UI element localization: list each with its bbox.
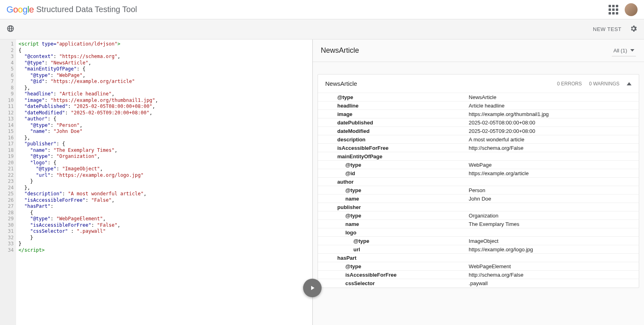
results-header: NewsArticle All (1) (313, 39, 644, 62)
property-key: mainEntityOfPage (318, 153, 466, 160)
property-row[interactable]: publisher (318, 203, 639, 211)
property-row[interactable]: nameThe Exemplary Times (318, 220, 639, 228)
run-test-button[interactable] (303, 279, 322, 297)
property-row[interactable]: @typePerson (318, 186, 639, 195)
results-card-wrap: NewsArticle 0 ERRORS 0 WARNINGS @typeNew… (313, 62, 644, 293)
main-content: 1234567891011121314151617181920212223242… (0, 39, 644, 325)
property-row[interactable]: isAccessibleForFreehttp://schema.org/Fal… (318, 271, 639, 279)
property-key: logo (318, 229, 466, 236)
app-header: Google Structured Data Testing Tool (0, 0, 644, 19)
property-value: John Doe (466, 195, 639, 203)
user-avatar[interactable] (625, 3, 638, 16)
property-row[interactable]: hasPart (318, 254, 639, 262)
property-row[interactable]: mainEntityOfPage (318, 152, 639, 161)
property-key: dateModified (318, 127, 466, 135)
property-key: @type (318, 93, 466, 101)
card-status: 0 ERRORS 0 WARNINGS (557, 81, 632, 87)
property-value: 2025-02-05T08:00:00+08:00 (466, 119, 639, 126)
property-value: Organization (466, 212, 639, 219)
property-value: Article headline (466, 102, 639, 110)
property-row[interactable]: @typeNewsArticle (318, 93, 639, 101)
detected-type-title: NewsArticle (321, 46, 359, 55)
property-key: @type (318, 212, 466, 219)
property-key: @type (318, 186, 466, 194)
property-key: @type (318, 237, 466, 245)
line-gutter: 1234567891011121314151617181920212223242… (0, 39, 16, 325)
property-key: headline (318, 102, 466, 110)
results-panel: NewsArticle All (1) NewsArticle 0 ERRORS… (313, 39, 644, 325)
property-row[interactable]: urlhttps://example.org/logo.jpg (318, 245, 639, 254)
warnings-count: 0 WARNINGS (589, 81, 619, 87)
property-row[interactable]: isAccessibleForFreehttp://schema.org/Fal… (318, 144, 639, 152)
card-title: NewsArticle (325, 80, 357, 87)
property-key: url (318, 246, 466, 253)
property-key: description (318, 136, 466, 143)
property-value: ImageObject (466, 237, 639, 245)
errors-count: 0 ERRORS (557, 81, 582, 87)
chevron-up-icon (627, 82, 632, 85)
property-key: publisher (318, 203, 466, 211)
property-key: cssSelector (318, 279, 466, 287)
property-value: http://schema.org/False (466, 271, 639, 279)
property-key: hasPart (318, 254, 466, 262)
apps-grid-icon[interactable] (609, 5, 618, 14)
property-row[interactable]: datePublished2025-02-05T08:00:00+08:00 (318, 118, 639, 127)
property-value (466, 155, 639, 157)
property-row[interactable]: headlineArticle headline (318, 101, 639, 110)
globe-icon[interactable] (6, 25, 14, 34)
property-value (466, 257, 639, 259)
property-value (466, 232, 639, 233)
code-panel: 1234567891011121314151617181920212223242… (0, 39, 313, 325)
property-key: datePublished (318, 119, 466, 126)
property-value: WebPageElement (466, 263, 639, 270)
new-test-button[interactable]: NEW TEST (593, 26, 621, 32)
property-row[interactable]: imagehttps://example.org/thumbnail1.jpg (318, 110, 639, 118)
property-value: 2025-02-05T09:20:00+08:00 (466, 127, 639, 135)
google-logo: Google (6, 4, 34, 15)
property-row[interactable]: descriptionA most wonderful article (318, 135, 639, 144)
property-row[interactable]: @typeWebPage (318, 161, 639, 169)
property-row[interactable]: @typeImageObject (318, 237, 639, 245)
header-left: Google Structured Data Testing Tool (6, 4, 137, 15)
property-value: https://example.org/thumbnail1.jpg (466, 110, 639, 118)
toolbar-right: NEW TEST (593, 25, 638, 34)
property-row[interactable]: @idhttps://example.org/article (318, 169, 639, 178)
property-value (466, 206, 639, 208)
header-right (609, 3, 638, 16)
property-value: http://schema.org/False (466, 144, 639, 152)
filter-label: All (1) (613, 48, 627, 54)
property-value: The Exemplary Times (466, 220, 639, 228)
property-key: isAccessibleForFree (318, 144, 466, 152)
property-row[interactable]: author (318, 178, 639, 186)
property-row[interactable]: cssSelector.paywall (318, 279, 639, 288)
property-key: name (318, 195, 466, 203)
property-value: .paywall (466, 279, 639, 287)
property-value: WebPage (466, 161, 639, 169)
property-value: A most wonderful article (466, 136, 639, 143)
property-row[interactable]: @typeWebPageElement (318, 262, 639, 271)
property-value: NewsArticle (466, 93, 639, 101)
property-value: https://example.org/article (466, 170, 639, 177)
property-row[interactable]: @typeOrganization (318, 211, 639, 220)
property-row[interactable]: nameJohn Doe (318, 195, 639, 203)
property-key: name (318, 220, 466, 228)
property-rows: @typeNewsArticleheadlineArticle headline… (318, 93, 639, 288)
property-key: @type (318, 161, 466, 169)
property-value (466, 181, 639, 182)
property-value: Person (466, 186, 639, 194)
property-key: isAccessibleForFree (318, 271, 466, 279)
app-title: Structured Data Testing Tool (36, 5, 137, 14)
property-value: https://example.org/logo.jpg (466, 246, 639, 253)
property-row[interactable]: dateModified2025-02-05T09:20:00+08:00 (318, 127, 639, 135)
property-key: @type (318, 263, 466, 270)
filter-dropdown[interactable]: All (1) (612, 45, 636, 56)
chevron-down-icon (630, 49, 634, 52)
toolbar: NEW TEST (0, 19, 644, 39)
property-row[interactable]: logo (318, 228, 639, 237)
gear-icon[interactable] (630, 25, 638, 34)
code-editor[interactable]: <script type="application/ld+json">{ "@c… (16, 39, 312, 325)
play-icon (309, 284, 316, 292)
property-key: image (318, 110, 466, 118)
property-key: @id (318, 170, 466, 177)
card-header[interactable]: NewsArticle 0 ERRORS 0 WARNINGS (318, 75, 639, 93)
